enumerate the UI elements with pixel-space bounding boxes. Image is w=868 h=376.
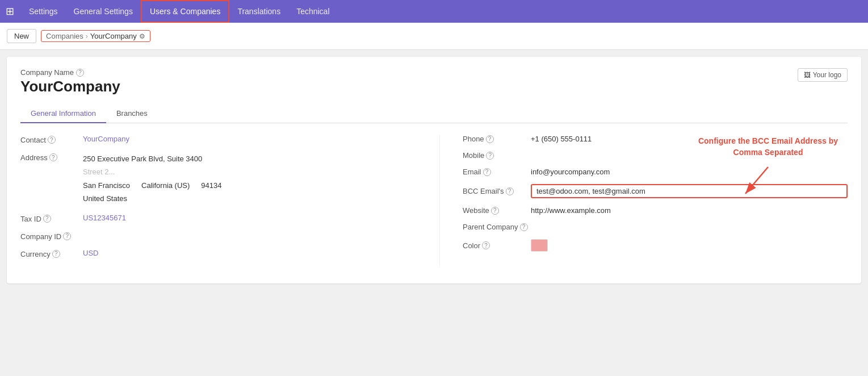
address-country: United States <box>83 192 222 205</box>
email-value[interactable]: info@yourcompany.com <box>531 168 848 176</box>
company-id-help-icon[interactable]: ? <box>63 232 71 240</box>
phone-field: Phone ? +1 (650) 555-0111 <box>463 135 848 143</box>
address-zip: 94134 <box>201 179 221 192</box>
contact-field: Contact ? YourCompany <box>20 135 405 144</box>
address-field: Address ? 250 Executive Park Blvd, Suite… <box>20 152 405 206</box>
address-value: 250 Executive Park Blvd, Suite 3400 Stre… <box>83 152 222 206</box>
new-button[interactable]: New <box>7 29 36 43</box>
nav-settings[interactable]: Settings <box>21 0 66 23</box>
breadcrumb-current: YourCompany ⚙ <box>90 32 145 40</box>
company-header: Company Name ? YourCompany 🖼 Your logo <box>20 68 848 105</box>
bcc-email-field: BCC Email's ? test@odoo.com, test@gmail.… <box>463 184 848 198</box>
phone-help-icon[interactable]: ? <box>486 135 494 143</box>
email-help-icon[interactable]: ? <box>483 168 491 176</box>
website-label: Website ? <box>463 206 531 215</box>
phone-value[interactable]: +1 (650) 555-0111 <box>531 135 848 143</box>
contact-label: Contact ? <box>20 135 83 144</box>
tab-branches[interactable]: Branches <box>106 105 158 123</box>
mobile-field: Mobile ? <box>463 151 848 160</box>
form-left-column: Contact ? YourCompany Address ? 250 Exec… <box>20 135 428 266</box>
address-state: California (US) <box>141 179 190 192</box>
color-field: Color ? <box>463 239 848 252</box>
website-value[interactable]: http://www.example.com <box>531 206 848 215</box>
nav-translations[interactable]: Translations <box>229 0 288 23</box>
tax-id-value[interactable]: US12345671 <box>83 214 405 222</box>
website-help-icon[interactable]: ? <box>491 207 499 215</box>
tabs: General Information Branches <box>20 105 848 123</box>
image-icon: 🖼 <box>804 71 811 79</box>
tax-id-field: Tax ID ? US12345671 <box>20 214 405 223</box>
form-body: Contact ? YourCompany Address ? 250 Exec… <box>20 135 848 266</box>
company-name-section: Company Name ? YourCompany <box>20 68 120 105</box>
address-help-icon[interactable]: ? <box>49 153 57 161</box>
contact-help-icon[interactable]: ? <box>48 136 56 144</box>
currency-help-icon[interactable]: ? <box>52 250 60 258</box>
color-help-icon[interactable]: ? <box>482 241 490 249</box>
breadcrumb-companies[interactable]: Companies <box>46 32 83 40</box>
apps-icon[interactable]: ⊞ <box>6 5 14 18</box>
mobile-label: Mobile ? <box>463 151 531 160</box>
company-name-label: Company Name ? <box>20 68 120 77</box>
email-field: Email ? info@yourcompany.com <box>463 168 848 176</box>
company-id-label: Company ID ? <box>20 231 83 241</box>
address-city-row: San Francisco California (US) 94134 <box>83 179 222 192</box>
address-line1: 250 Executive Park Blvd, Suite 3400 <box>83 152 222 165</box>
column-divider <box>439 135 440 266</box>
color-swatch[interactable] <box>531 239 548 252</box>
currency-field: Currency ? USD <box>20 249 405 258</box>
nav-users-companies[interactable]: Users & Companies <box>141 0 230 23</box>
company-name-value: YourCompany <box>20 78 120 95</box>
breadcrumb: Companies › YourCompany ⚙ <box>41 30 150 42</box>
address-line2[interactable]: Street 2... <box>83 165 222 178</box>
contact-value[interactable]: YourCompany <box>83 135 405 143</box>
address-city: San Francisco <box>83 179 130 192</box>
main-content: Company Name ? YourCompany 🖼 Your logo G… <box>7 57 861 283</box>
color-label: Color ? <box>463 241 531 250</box>
breadcrumb-bar: New Companies › YourCompany ⚙ <box>0 23 868 50</box>
parent-company-help-icon[interactable]: ? <box>520 223 528 231</box>
mobile-help-icon[interactable]: ? <box>486 152 494 160</box>
nav-general-settings[interactable]: General Settings <box>66 0 141 23</box>
parent-company-field: Parent Company ? <box>463 223 848 231</box>
bcc-help-icon[interactable]: ? <box>506 187 514 195</box>
tab-general-information[interactable]: General Information <box>20 105 106 123</box>
company-id-field: Company ID ? <box>20 231 405 241</box>
form-right-column: Phone ? +1 (650) 555-0111 Mobile ? Email… <box>451 135 848 266</box>
settings-gear-icon[interactable]: ⚙ <box>139 32 145 40</box>
company-name-help-icon[interactable]: ? <box>76 69 84 77</box>
phone-label: Phone ? <box>463 135 531 143</box>
email-label: Email ? <box>463 168 531 176</box>
nav-technical[interactable]: Technical <box>288 0 337 23</box>
tax-id-help-icon[interactable]: ? <box>43 215 51 223</box>
top-navigation: ⊞ Settings General Settings Users & Comp… <box>0 0 868 23</box>
website-field: Website ? http://www.example.com <box>463 206 848 215</box>
tax-id-label: Tax ID ? <box>20 214 83 223</box>
address-label: Address ? <box>20 152 83 162</box>
breadcrumb-separator: › <box>86 32 88 40</box>
bcc-email-value[interactable]: test@odoo.com, test@gmail.com <box>531 184 848 198</box>
logo-button[interactable]: 🖼 Your logo <box>798 68 848 82</box>
currency-value[interactable]: USD <box>83 249 405 257</box>
bcc-email-label: BCC Email's ? <box>463 187 531 195</box>
parent-company-label: Parent Company ? <box>463 223 531 231</box>
currency-label: Currency ? <box>20 249 83 258</box>
